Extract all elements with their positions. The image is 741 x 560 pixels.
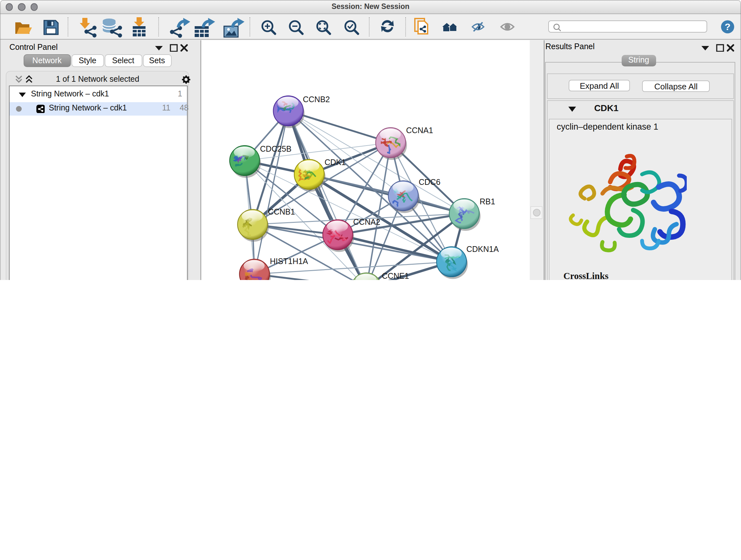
svg-text:CCNB1: CCNB1: [268, 207, 295, 216]
svg-text:CCNA2: CCNA2: [353, 217, 380, 226]
svg-text:RB1: RB1: [479, 197, 495, 206]
svg-text:CDK1: CDK1: [324, 158, 346, 166]
svg-text:CCNE1: CCNE1: [382, 271, 409, 280]
svg-text:CCNA1: CCNA1: [406, 125, 433, 134]
svg-text:HIST1H1A: HIST1H1A: [270, 256, 308, 265]
svg-text:CDKN1A: CDKN1A: [466, 244, 498, 253]
svg-text:CCNB2: CCNB2: [302, 95, 330, 104]
svg-text:?: ?: [725, 22, 731, 32]
svg-text:CDC6: CDC6: [418, 177, 440, 186]
svg-text:CDC25B: CDC25B: [260, 144, 291, 153]
